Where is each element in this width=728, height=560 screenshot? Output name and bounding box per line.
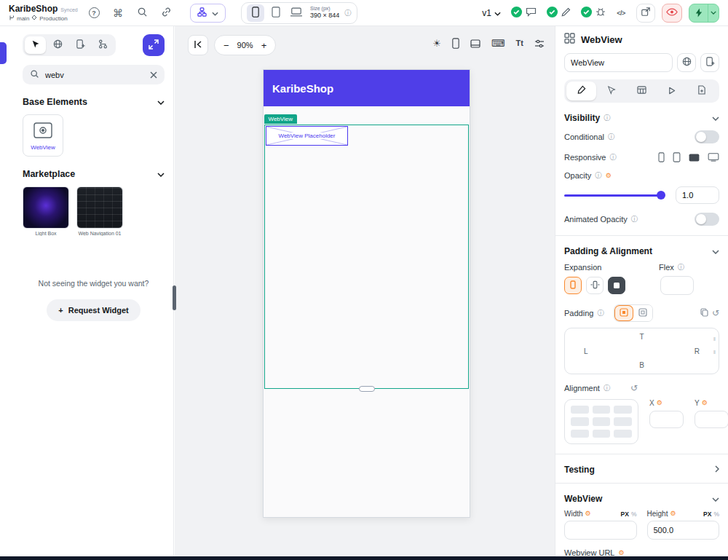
- width-unit-percent[interactable]: %: [631, 510, 637, 518]
- set-from-variable-icon[interactable]: ⚙: [670, 510, 676, 517]
- webview-selection[interactable]: WebView WebView Placeholder: [264, 125, 469, 389]
- set-from-variable-icon[interactable]: ⚙: [585, 510, 591, 517]
- active-panel-indicator[interactable]: [0, 42, 7, 64]
- resize-handle[interactable]: [359, 386, 375, 392]
- marketplace-item-webnav[interactable]: Web Navigation 01: [76, 186, 123, 236]
- save-as-component-button[interactable]: [700, 53, 719, 72]
- edits-status[interactable]: [546, 6, 571, 20]
- global-property-button[interactable]: [677, 53, 696, 72]
- set-from-variable-icon[interactable]: ⚙: [702, 400, 708, 406]
- docs-tab[interactable]: [687, 82, 717, 100]
- responsive-tablet-landscape-icon[interactable]: [689, 154, 700, 162]
- zoom-level[interactable]: 90%: [237, 41, 253, 50]
- padding-individual-button[interactable]: [633, 305, 652, 321]
- padding-left-value[interactable]: L: [584, 347, 588, 355]
- padding-top-value[interactable]: T: [639, 333, 644, 341]
- data-tab[interactable]: [627, 82, 657, 100]
- project-info[interactable]: KaribeShop Synced main Production: [9, 4, 79, 23]
- desktop-preview-button[interactable]: [288, 4, 305, 22]
- actions-tab[interactable]: [657, 82, 687, 100]
- set-from-variable-icon[interactable]: ⚙: [606, 173, 612, 179]
- zoom-out-button[interactable]: −: [223, 40, 229, 51]
- padding-link-icon[interactable]: ‖: [713, 336, 716, 342]
- expand-widget-panel-button[interactable]: [143, 34, 165, 56]
- expansion-expanded-button[interactable]: [608, 277, 625, 294]
- keyboard-icon[interactable]: ⌨: [491, 39, 505, 48]
- mobile-preview-button[interactable]: [247, 4, 264, 22]
- theme-sun-icon[interactable]: ☀: [432, 39, 441, 48]
- command-palette-button[interactable]: ⌘: [109, 4, 127, 22]
- interaction-tab[interactable]: [596, 82, 626, 100]
- opacity-slider[interactable]: [564, 194, 665, 197]
- text-scale-icon[interactable]: Tt: [516, 39, 523, 47]
- webview-widget-card[interactable]: WebView: [23, 114, 63, 157]
- request-widget-button[interactable]: + Request Widget: [47, 299, 140, 321]
- animated-opacity-toggle[interactable]: [695, 213, 719, 226]
- base-elements-section-header[interactable]: Base Elements: [23, 97, 165, 107]
- app-bar[interactable]: KaribeShop: [264, 70, 470, 106]
- run-button[interactable]: [689, 4, 719, 23]
- marketplace-item-lightbox[interactable]: Light Box: [23, 186, 69, 236]
- testing-section-header[interactable]: Testing: [564, 465, 719, 475]
- alignment-y-input[interactable]: [695, 411, 728, 428]
- conditional-toggle[interactable]: [695, 130, 719, 143]
- padding-link-icon[interactable]: ‖: [713, 349, 716, 355]
- expansion-flexible-button[interactable]: [586, 277, 604, 294]
- collapse-left-panel-button[interactable]: [188, 35, 208, 55]
- canvas[interactable]: − 90% + ☀ ⌨ Tt KaribeShop WebView WebVie…: [175, 26, 555, 556]
- visibility-section-header[interactable]: Visibility ⓘ: [564, 113, 719, 123]
- dock-panel-icon[interactable]: [470, 39, 480, 48]
- web-tab[interactable]: [47, 36, 68, 54]
- height-unit-px[interactable]: PX: [703, 510, 711, 518]
- height-input[interactable]: [647, 521, 720, 540]
- widget-tree-tab[interactable]: [92, 36, 114, 54]
- add-screen-tab[interactable]: [70, 36, 91, 54]
- responsive-phone-icon[interactable]: [658, 152, 665, 162]
- share-link-button[interactable]: [157, 4, 175, 22]
- padding-all-sides-button[interactable]: [614, 305, 633, 321]
- reset-padding-button[interactable]: ↺: [712, 308, 719, 318]
- widget-search-input[interactable]: [45, 71, 144, 79]
- padding-editor[interactable]: T L R B ‖ ‖: [564, 328, 719, 374]
- webview-placeholder[interactable]: WebView Placeholder: [266, 126, 348, 146]
- tablet-preview-button[interactable]: [267, 4, 285, 22]
- canvas-settings-icon[interactable]: [534, 39, 545, 48]
- widget-tree-dropdown[interactable]: [190, 4, 226, 23]
- open-new-window-button[interactable]: [636, 4, 655, 23]
- run-options-chevron-icon[interactable]: [708, 4, 719, 22]
- zoom-in-button[interactable]: +: [261, 40, 267, 51]
- expansion-default-button[interactable]: [564, 277, 582, 294]
- alignment-grid[interactable]: [564, 399, 638, 444]
- search-button[interactable]: [133, 4, 151, 22]
- padding-right-value[interactable]: R: [695, 347, 700, 355]
- copy-padding-button[interactable]: [700, 308, 708, 319]
- preview-button[interactable]: [662, 4, 682, 23]
- widgets-tab[interactable]: [25, 36, 46, 54]
- panel-resize-handle[interactable]: [173, 285, 176, 310]
- clear-search-icon[interactable]: [150, 71, 157, 79]
- issues-status[interactable]: [580, 6, 606, 20]
- responsive-desktop-icon[interactable]: [708, 153, 719, 162]
- width-input[interactable]: [564, 521, 637, 540]
- widget-name-input[interactable]: [564, 53, 673, 72]
- height-unit-percent[interactable]: %: [713, 510, 719, 518]
- set-from-variable-icon[interactable]: ⚙: [619, 550, 625, 556]
- set-from-variable-icon[interactable]: ⚙: [657, 400, 662, 406]
- help-button[interactable]: ?: [85, 4, 103, 22]
- properties-tab[interactable]: [566, 82, 596, 100]
- padding-alignment-section-header[interactable]: Padding & Alignment: [564, 246, 719, 256]
- version-dropdown[interactable]: v1: [482, 8, 501, 18]
- padding-bottom-value[interactable]: B: [639, 361, 644, 369]
- alignment-x-input[interactable]: [649, 411, 684, 428]
- opacity-input[interactable]: [676, 186, 719, 204]
- view-code-button[interactable]: </>: [612, 4, 630, 22]
- widget-search-bar[interactable]: [23, 65, 165, 84]
- webview-section-header[interactable]: WebView: [564, 494, 719, 504]
- marketplace-section-header[interactable]: Marketplace: [23, 169, 165, 179]
- flex-input[interactable]: [660, 276, 694, 295]
- device-preview-icon[interactable]: [452, 38, 459, 49]
- width-unit-px[interactable]: PX: [621, 510, 629, 518]
- reset-alignment-button[interactable]: ↺: [630, 383, 638, 393]
- responsive-tablet-portrait-icon[interactable]: [673, 152, 681, 162]
- comments-status[interactable]: [510, 6, 537, 20]
